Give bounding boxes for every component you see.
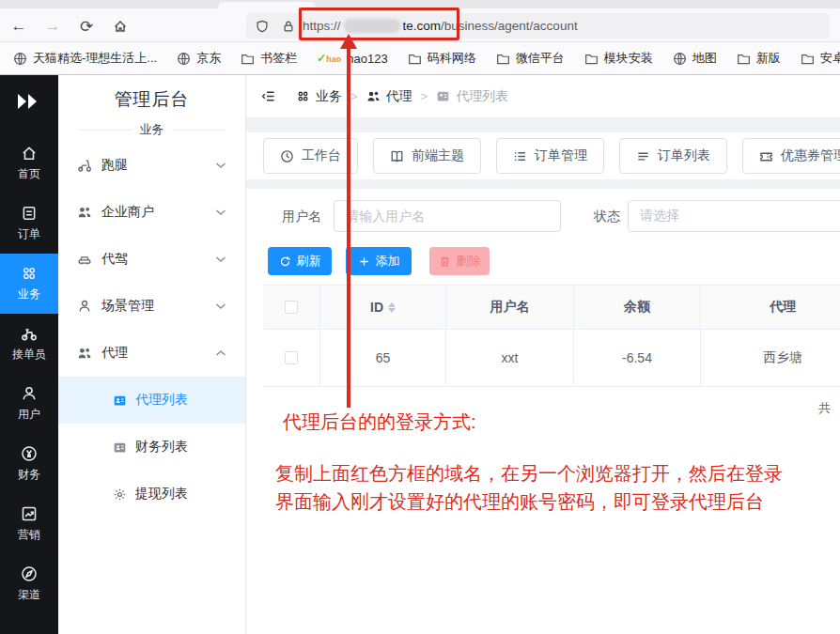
spacer <box>246 179 840 189</box>
menu-item-errand[interactable]: 跑腿 <box>58 142 245 189</box>
forward-button[interactable]: → <box>41 15 64 38</box>
submenu-item-agent-list[interactable]: 代理列表 <box>58 377 245 424</box>
gear-icon <box>113 487 127 502</box>
globe-icon <box>13 52 27 66</box>
header-balance: 余额 <box>573 286 700 329</box>
menu-item-agent[interactable]: 代理 <box>58 330 245 377</box>
order-management-button[interactable]: 订单管理 <box>496 138 604 174</box>
annotation-title: 代理后台的的登录方式: <box>283 410 476 435</box>
sort-icon[interactable] <box>388 302 396 313</box>
row-select-cell <box>263 330 319 386</box>
submenu-item-finance-list[interactable]: 财务列表 <box>58 424 245 471</box>
sidebar-item-finance[interactable]: 财务 <box>0 434 58 494</box>
home-icon <box>21 145 38 162</box>
bookmark-folder-shuqianlan[interactable]: 书签栏 <box>241 50 297 67</box>
grid-icon <box>296 89 310 103</box>
lines-icon <box>636 149 650 163</box>
workbench-button[interactable]: 工作台 <box>263 138 358 174</box>
breadcrumb-separator: > <box>421 89 428 103</box>
marketing-icon <box>21 505 38 522</box>
bookmark-jd[interactable]: 京东 <box>177 50 221 67</box>
lock-icon <box>282 20 295 33</box>
submenu-item-withdraw-list[interactable]: 提现列表 <box>58 471 245 518</box>
refresh-button[interactable]: ⟳ <box>75 15 98 38</box>
row-balance-cell: -6.54 <box>573 330 700 386</box>
idcard-icon <box>436 89 450 103</box>
sidebar-item-couriers[interactable]: 接单员 <box>0 314 58 374</box>
primary-sidebar: 首页 订单 业务 接单员 用户 财务 营销 渠道 <box>0 75 58 634</box>
people-icon <box>77 346 92 361</box>
order-list-button[interactable]: 订单列表 <box>619 138 727 174</box>
bookmark-folder-xinban[interactable]: 新版 <box>737 50 781 67</box>
annotation-body-line2: 界面输入刚才设置好的代理的账号密码，即可登录代理后台 <box>275 487 783 516</box>
chevron-up-icon <box>213 346 228 361</box>
sidebar-item-marketing[interactable]: 营销 <box>0 494 58 554</box>
people-icon <box>366 89 381 103</box>
bookmarks-bar: 天猫精选-理想生活上... 京东 书签栏 ✓haohao123 码科网络 微信平… <box>0 42 840 75</box>
url-path: /business/agent/account <box>441 19 578 33</box>
chevron-down-icon <box>213 252 228 267</box>
username-input[interactable] <box>334 200 561 232</box>
row-id-cell: 65 <box>319 330 445 386</box>
row-username-cell: xxt <box>445 330 573 386</box>
folder-icon <box>496 52 510 66</box>
bookmark-folder-make[interactable]: 码科网络 <box>408 50 476 67</box>
shield-icon[interactable] <box>256 20 269 33</box>
logo-icon <box>15 91 43 112</box>
folder-icon <box>737 52 751 66</box>
bookmark-map[interactable]: 地图 <box>673 50 717 67</box>
app-logo <box>0 75 58 128</box>
coupon-management-button[interactable]: 优惠券管理 <box>742 138 840 174</box>
refresh-icon <box>279 255 291 268</box>
username-label: 用户名 <box>282 200 321 232</box>
back-button[interactable]: ← <box>8 15 30 38</box>
bookmark-tmall[interactable]: 天猫精选-理想生活上... <box>13 50 157 67</box>
menu-item-enterprise[interactable]: 企业商户 <box>58 189 245 236</box>
add-button[interactable]: 添加 <box>346 247 412 275</box>
folder-icon <box>408 52 422 66</box>
bookmark-folder-appstore[interactable]: 安卓&IOS上架 <box>801 50 840 67</box>
secondary-sidebar: 管理后台 业务 跑腿 企业商户 代驾 场景管理 代理 <box>58 75 246 634</box>
finance-icon <box>21 445 38 462</box>
frontend-theme-button[interactable]: 前端主题 <box>373 138 481 174</box>
menu-item-scene[interactable]: 场景管理 <box>58 283 245 330</box>
admin-app: 首页 订单 业务 接单员 用户 财务 营销 渠道 <box>0 75 840 634</box>
pagination-total: 共 <box>818 400 831 417</box>
sidebar-item-home[interactable]: 首页 <box>0 133 58 193</box>
bookmark-folder-weixin[interactable]: 微信平台 <box>496 50 565 67</box>
menu-item-driving[interactable]: 代驾 <box>58 236 245 283</box>
main-content: 业务 > 代理 > 代理列表 工作台 前端主题 <box>246 75 840 634</box>
bookmark-folder-mokuai[interactable]: 模块安装 <box>584 50 653 67</box>
refresh-list-button[interactable]: 刷新 <box>268 247 332 275</box>
people-icon <box>77 205 92 220</box>
bookmark-hao123[interactable]: ✓haohao123 <box>317 52 387 66</box>
user-icon <box>21 385 38 402</box>
clock-icon <box>280 149 294 163</box>
delete-button[interactable]: 删除 <box>429 247 490 275</box>
annotation-arrow-line <box>347 47 350 408</box>
header-agent-area: 代理 <box>700 286 840 329</box>
header-id[interactable]: ID <box>319 286 445 329</box>
breadcrumb-agent-list: 代理列表 <box>436 88 508 105</box>
spacer <box>246 117 840 132</box>
annotation-body: 复制上面红色方框的域名，在另一个浏览器打开，然后在登录 界面输入刚才设置好的代理… <box>275 459 783 516</box>
plus-icon <box>358 255 370 268</box>
sidebar-item-channels[interactable]: 渠道 <box>0 554 58 614</box>
sidebar-item-orders[interactable]: 订单 <box>0 193 58 254</box>
home-button[interactable] <box>109 15 132 38</box>
sidebar-item-business[interactable]: 业务 <box>0 254 58 314</box>
order-icon <box>21 205 38 222</box>
row-checkbox[interactable] <box>285 351 298 364</box>
sidebar-item-users[interactable]: 用户 <box>0 374 58 434</box>
select-all-checkbox[interactable] <box>285 301 298 314</box>
ticket-icon <box>759 149 773 163</box>
chevron-down-icon <box>213 205 228 220</box>
subnav-title: 管理后台 <box>58 75 245 112</box>
row-agent-cell: 西乡塘 <box>700 330 840 386</box>
status-select[interactable]: 请选择 <box>628 200 840 232</box>
breadcrumb-business[interactable]: 业务 <box>296 88 342 105</box>
annotation-body-line1: 复制上面红色方框的域名，在另一个浏览器打开，然后在登录 <box>275 459 783 487</box>
folder-icon <box>584 52 599 66</box>
collapse-sidebar-icon[interactable] <box>261 89 275 103</box>
breadcrumb-agent[interactable]: 代理 <box>366 88 412 105</box>
